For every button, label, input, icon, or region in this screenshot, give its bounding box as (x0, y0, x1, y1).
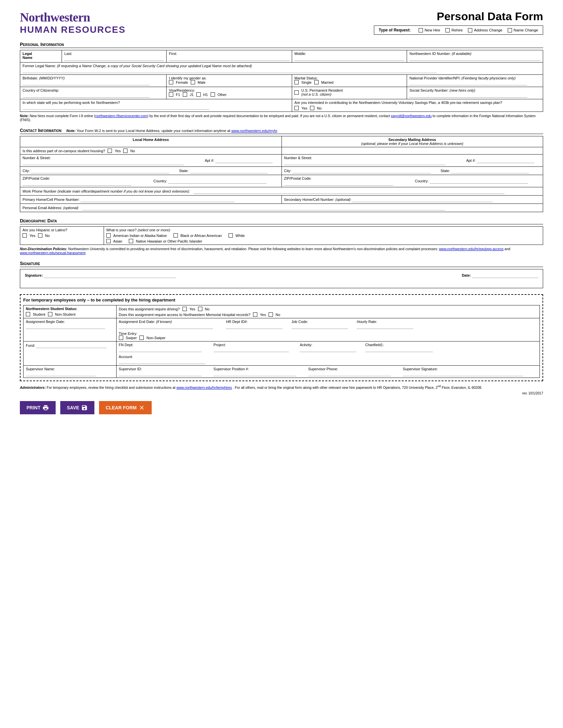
job-code-input[interactable] (292, 324, 348, 329)
print-button[interactable]: PRINT (20, 401, 56, 414)
supervisor-signature-input[interactable] (403, 371, 523, 376)
checkbox-hispanic-no[interactable] (38, 233, 42, 238)
checkbox-female[interactable] (169, 80, 173, 84)
request-option-name-change[interactable]: Name Change (508, 28, 538, 32)
secondary-street-input[interactable] (284, 160, 446, 165)
checkbox-hospital-yes[interactable] (253, 312, 257, 317)
local-country-input[interactable] (168, 178, 266, 184)
fund-row2: FN Dept: Project: Activity: Chartfield1: (119, 343, 537, 364)
race-options-row2: Asian Native Hawaiian or Other Pacific I… (106, 239, 540, 243)
chartfield1-input[interactable] (365, 347, 433, 352)
end-date-input[interactable] (119, 324, 213, 329)
supervisor-id-input[interactable] (119, 371, 202, 376)
fund-input[interactable] (36, 343, 106, 348)
citizenship-input[interactable] (23, 92, 150, 98)
personal-info-table: LegalName Last: First: Middle: Northwest… (20, 50, 543, 112)
local-city-input[interactable] (31, 168, 169, 173)
checkbox-aian[interactable] (106, 233, 111, 238)
checkbox-non-swiper[interactable] (139, 336, 144, 340)
checkbox-student[interactable] (26, 312, 30, 316)
request-option-rehire[interactable]: Rehire (446, 28, 463, 32)
campus-housing-row: Is this address part of on-campus studen… (23, 149, 279, 153)
nw-id-input[interactable] (409, 56, 540, 61)
checkbox-driving-no[interactable] (198, 307, 202, 311)
checkbox-nhopi[interactable] (129, 239, 133, 243)
first-name-input[interactable] (169, 56, 290, 61)
checkbox-asian[interactable] (106, 239, 111, 243)
secondary-country-input[interactable] (430, 178, 528, 184)
personal-info-header: Personal Information (20, 42, 543, 48)
checkbox-non-student[interactable] (48, 312, 52, 316)
secondary-state-input[interactable] (451, 168, 529, 173)
primary-cell-input[interactable] (80, 197, 234, 202)
checkbox-black[interactable] (173, 233, 178, 238)
checkbox-campus-no[interactable] (123, 149, 127, 153)
activity-input[interactable] (300, 347, 356, 352)
local-zip-input[interactable] (23, 180, 131, 186)
checkbox-hispanic-yes[interactable] (23, 233, 27, 238)
secondary-cell-input[interactable] (352, 197, 493, 202)
checkbox-other-visa[interactable] (211, 92, 215, 97)
local-street-input[interactable] (23, 160, 184, 165)
race-black: Black or African American (173, 233, 222, 238)
save-button[interactable]: SAVE (60, 401, 94, 414)
local-state-input[interactable] (190, 168, 267, 173)
state-work-input[interactable] (23, 105, 209, 110)
checkbox-white[interactable] (228, 233, 233, 238)
date-input[interactable] (472, 273, 538, 278)
hr-dept-id-input[interactable] (226, 324, 283, 329)
secondary-city-input[interactable] (293, 168, 431, 173)
checkbox-savings-yes[interactable] (295, 106, 299, 110)
checkbox-new-hire[interactable] (419, 28, 423, 32)
checkbox-swiper[interactable] (119, 336, 123, 340)
work-phone-input[interactable] (194, 189, 504, 194)
checkbox-rehire[interactable] (446, 28, 450, 32)
checkbox-f1[interactable] (169, 92, 173, 97)
myhr-link[interactable]: www.northwestern.edu/myhr (231, 129, 277, 133)
supervisor-name-input[interactable] (26, 371, 96, 376)
email-input[interactable] (82, 205, 445, 210)
hourly-rate-input[interactable] (357, 324, 413, 329)
checkbox-savings-no[interactable] (310, 106, 314, 110)
secondary-apt-input[interactable] (477, 158, 534, 163)
savings-plan-options: Yes No (295, 106, 540, 110)
request-option-address-change[interactable]: Address Change (468, 28, 502, 32)
i9-link[interactable]: northwestern.I9servicecenter.com (95, 114, 147, 118)
local-street-cell: Number & Street: Apt #: (20, 155, 282, 167)
checkbox-address-change[interactable] (468, 28, 472, 32)
last-name-cell: Last: (62, 50, 166, 63)
checkbox-j1[interactable] (183, 92, 187, 97)
begin-date-input[interactable] (26, 324, 105, 329)
checkbox-campus-yes[interactable] (108, 149, 112, 153)
former-legal-name-input[interactable] (23, 68, 437, 73)
checkbox-married[interactable] (314, 80, 319, 84)
checkbox-name-change[interactable] (508, 28, 512, 32)
checkbox-h1[interactable] (196, 92, 201, 97)
local-apt-input[interactable] (215, 158, 272, 163)
middle-name-input[interactable] (295, 56, 404, 61)
contact-info-note: Note: Your Form W-2 is sent to your Loca… (66, 129, 278, 133)
checkbox-hospital-no[interactable] (268, 312, 273, 317)
clear-form-button[interactable]: CLEAR FORM (99, 401, 152, 414)
perm-resident-option: U.S. Permanent Resident (not a U.S. citi… (295, 88, 404, 96)
request-option-new-hire[interactable]: New Hire (419, 28, 440, 32)
npi-input[interactable] (409, 80, 527, 85)
checkbox-perm-resident[interactable] (295, 90, 299, 95)
checkbox-driving-yes[interactable] (182, 307, 187, 311)
payroll-link[interactable]: payroll@northwestern.edu (391, 114, 432, 118)
signature-input[interactable] (44, 273, 176, 278)
equlopp-link[interactable]: www.northwestern.edu/hr/equlopp-access (439, 247, 504, 251)
supervisor-position-input[interactable] (213, 371, 297, 376)
checkbox-single[interactable] (295, 80, 299, 84)
sexual-harassment-link[interactable]: www.northwestern.edu/sexual-harassment (20, 251, 85, 255)
ssn-input[interactable] (409, 92, 527, 98)
last-name-input[interactable] (64, 56, 164, 61)
supervisor-phone-input[interactable] (308, 371, 391, 376)
temphires-link[interactable]: www.northwestern.edu/hr/temphires (176, 386, 232, 389)
checkbox-male[interactable] (191, 80, 195, 84)
fn-dept-input[interactable] (119, 347, 202, 352)
account-input[interactable] (119, 359, 206, 364)
project-input[interactable] (213, 347, 289, 352)
birthdate-input[interactable] (23, 80, 150, 85)
secondary-zip-input[interactable] (284, 180, 393, 186)
